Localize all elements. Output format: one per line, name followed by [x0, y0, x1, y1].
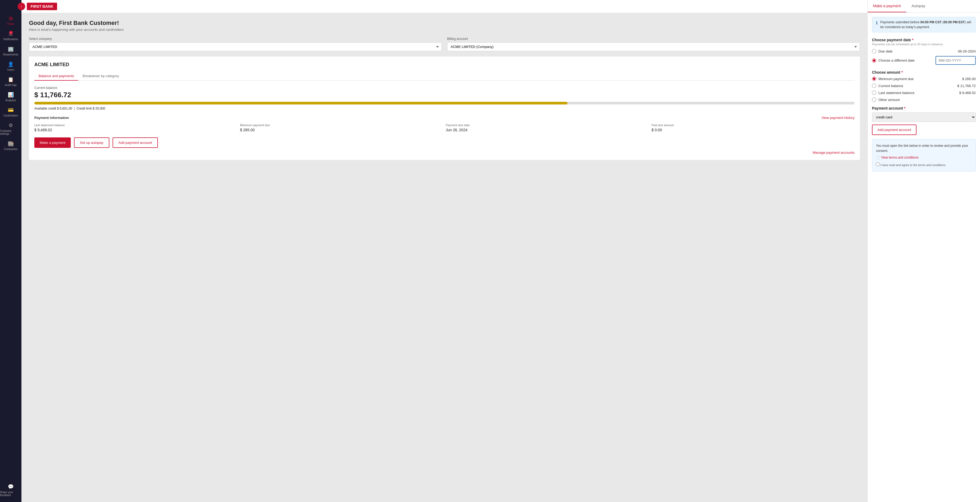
due-date-row: Due date 06-26-2024 — [872, 49, 976, 53]
panel-tab-make-payment[interactable]: Make a payment — [868, 0, 906, 12]
sidebar-item-analytics[interactable]: 📊 Analytics — [0, 89, 21, 105]
consent-box: You must open the link below in order to… — [872, 139, 976, 172]
logo: FIRST BANK — [27, 3, 57, 10]
account-section: ACME LIMITED Balance and payments Breakd… — [29, 57, 860, 160]
balance-label: Current balance — [34, 86, 854, 90]
required-star-amount: * — [902, 70, 903, 75]
min-payment-value: $ 285.00 — [962, 77, 976, 81]
tab-balance-payments[interactable]: Balance and payments — [34, 72, 78, 81]
tab-breakdown[interactable]: Breakdown by category — [78, 72, 123, 81]
home-icon: ⊞ — [9, 16, 13, 21]
payment-date-subtitle: Payments can be scheduled up to 30 days … — [872, 43, 976, 46]
different-date-label: Choose a different date — [878, 59, 915, 62]
due-date-radio[interactable] — [872, 49, 876, 53]
action-buttons: Make a payment Set up autopay Add paymen… — [34, 137, 854, 148]
sidebar-item-label: Departments — [3, 53, 18, 56]
document-icon: 📄 — [876, 155, 880, 160]
panel-tab-autopay[interactable]: Autopay — [906, 0, 931, 12]
other-amount-radio[interactable] — [872, 97, 876, 102]
balance-amount: $ 11,766.72 — [34, 91, 854, 99]
sidebar-item-label: Share your feedback — [0, 491, 21, 497]
available-credit-value: $ 6,601.00 — [57, 106, 72, 110]
setup-autopay-button[interactable]: Set up autopay — [74, 137, 109, 148]
sidebar-item-users[interactable]: 👤 Users — [0, 59, 21, 74]
credit-limit-value: $ 20,000 — [93, 106, 105, 110]
current-balance-label: Current balance — [878, 84, 903, 88]
payment-item-1: Minimum payment due $ 285.00 — [240, 123, 443, 132]
progress-fill — [34, 102, 568, 105]
min-payment-row: Minimum payment due $ 285.00 — [872, 76, 976, 81]
panel-tabs: Make a payment Autopay — [868, 0, 980, 12]
last-statement-radio[interactable] — [872, 91, 876, 95]
last-statement-row: Last statement balance $ 9,468.02 — [872, 91, 976, 95]
payment-info-header: Payment information View payment history — [34, 116, 854, 120]
content-area: Good day, First Bank Customer! Here is w… — [21, 13, 867, 502]
manage-payment-accounts-link[interactable]: Manage payment accounts — [34, 151, 854, 154]
time-est: 05:00 PM EST — [943, 21, 965, 24]
sidebar: › ⊞ Home ☰ 0 Notifications 🏢 Departments… — [0, 0, 21, 502]
time-cst: 04:00 PM CST — [920, 21, 942, 24]
sidebar-item-companies[interactable]: 🏬 Companies — [0, 138, 21, 153]
sidebar-item-home[interactable]: ⊞ Home — [0, 13, 21, 28]
credit-limit-label: Credit limit — [77, 106, 92, 110]
payment-value-0: $ 9,468.02 — [34, 128, 237, 132]
sidebar-item-audit-logs[interactable]: 📋 Audit logs — [0, 74, 21, 89]
payment-item-2: Payment due date Jun 26, 2024 — [446, 123, 649, 132]
choose-amount-section: Choose amount * Minimum payment due $ 28… — [872, 70, 976, 102]
payment-account-select[interactable]: credit card — [872, 113, 976, 122]
company-selector-group: Select company ACME LIMITED — [29, 37, 442, 51]
sidebar-toggle[interactable]: › — [18, 3, 25, 10]
greeting-title: Good day, First Bank Customer! — [29, 19, 860, 27]
payment-info-title: Payment information — [34, 116, 69, 120]
account-tabs: Balance and payments Breakdown by catego… — [34, 72, 854, 81]
current-balance-value: $ 11,766.72 — [957, 84, 976, 88]
add-payment-account-button-main[interactable]: Add payment account — [113, 137, 158, 148]
payment-account-section: Payment account * credit card Add paymen… — [872, 106, 976, 135]
payment-account-title: Payment account * — [872, 106, 976, 110]
payment-label-2: Payment due date — [446, 124, 469, 127]
credit-info: Available credit $ 6,601.00 | Credit lim… — [34, 106, 854, 110]
current-balance-radio[interactable] — [872, 84, 876, 88]
selectors-row: Select company ACME LIMITED Billing acco… — [29, 37, 860, 51]
panel-content: ℹ Payments submitted before 04:00 PM CST… — [868, 13, 980, 176]
billing-label: Billing account — [447, 37, 860, 41]
payment-label-1: Minimum payment due — [240, 124, 270, 127]
company-select[interactable]: ACME LIMITED — [29, 42, 442, 51]
sidebar-item-share-feedback[interactable]: 💬 Share your feedback — [0, 481, 21, 499]
date-radio-group: Due date 06-26-2024 Choose a different d… — [872, 49, 976, 65]
last-statement-label: Last statement balance — [878, 91, 914, 95]
payment-value-2: Jun 26, 2024 — [446, 128, 649, 132]
terms-link[interactable]: 📄 View terms and conditions — [876, 155, 972, 160]
payment-label-0: Last statement balance — [34, 124, 65, 127]
min-payment-radio[interactable] — [872, 76, 876, 81]
view-history-link[interactable]: View payment history — [822, 116, 854, 120]
sidebar-item-company-settings[interactable]: ⚙ Company settings — [0, 120, 21, 138]
amount-radio-group: Minimum payment due $ 285.00 Current bal… — [872, 76, 976, 102]
sidebar-item-notifications[interactable]: ☰ 0 Notifications — [0, 28, 21, 43]
add-payment-account-button[interactable]: Add payment account — [872, 125, 916, 135]
make-payment-button[interactable]: Make a payment — [34, 137, 71, 148]
payment-item-3: Past due amount $ 0.00 — [652, 123, 855, 132]
departments-icon: 🏢 — [8, 46, 14, 52]
payment-date-section: Choose payment date * Payments can be sc… — [872, 38, 976, 65]
payment-date-title: Choose payment date * — [872, 38, 976, 42]
last-statement-value: $ 9,468.02 — [959, 91, 976, 95]
date-input[interactable] — [935, 56, 976, 65]
sidebar-item-label: Companies — [4, 148, 18, 151]
consent-text: You must open the link below in order to… — [876, 143, 972, 154]
info-banner-text: Payments submitted before 04:00 PM CST (… — [880, 20, 972, 29]
consent-checkbox[interactable] — [876, 163, 880, 166]
payment-item-0: Last statement balance $ 9,468.02 — [34, 123, 237, 132]
billing-select[interactable]: ACME LIMITED (Company) — [447, 42, 860, 51]
other-amount-row: Other amount — [872, 97, 976, 102]
sidebar-item-label: Notifications — [3, 38, 18, 41]
min-payment-label: Minimum payment due — [878, 77, 914, 81]
sidebar-item-label: Company settings — [0, 129, 21, 135]
audit-logs-icon: 📋 — [8, 76, 14, 83]
different-date-radio[interactable] — [872, 59, 876, 63]
companies-icon: 🏬 — [8, 141, 14, 146]
sidebar-item-cardholders[interactable]: 💳 Cardholders — [0, 105, 21, 120]
users-icon: 👤 — [8, 61, 14, 67]
payment-label-3: Past due amount — [652, 124, 674, 127]
sidebar-item-departments[interactable]: 🏢 Departments — [0, 43, 21, 59]
